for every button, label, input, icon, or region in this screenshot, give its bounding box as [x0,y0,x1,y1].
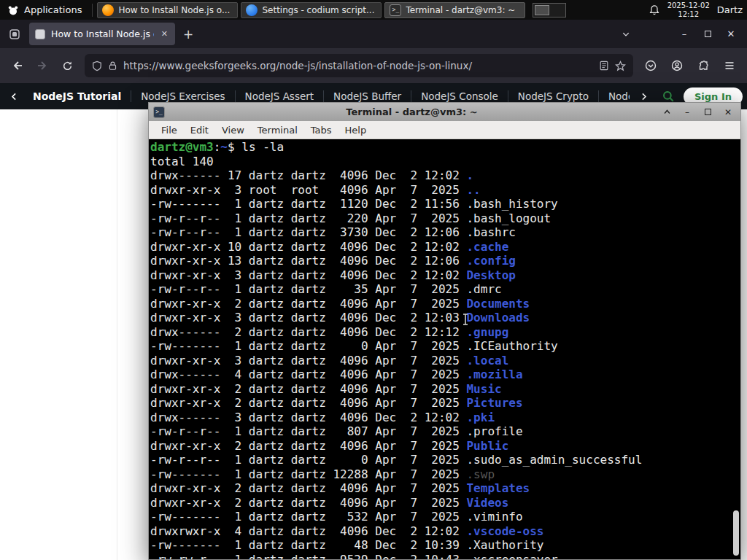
extensions-puzzle-icon[interactable] [692,54,715,77]
terminal-window: >_ Terminal - dartz@vm3: ~ – ✕ FileEditV… [148,102,741,560]
panel-status-area: 2025-12-02 12:12 Dartz [649,1,747,19]
tab-close-icon[interactable]: ✕ [160,29,169,39]
terminal-close-button[interactable]: ✕ [720,107,736,117]
taskbar-window-title: Terminal - dartz@vm3: ~ [406,5,515,15]
reader-mode-icon[interactable] [599,61,609,71]
menu-hamburger-icon[interactable] [718,54,741,77]
tracking-protection-shield-icon[interactable] [92,61,102,71]
taskbar-window-terminal[interactable]: >_ Terminal - dartz@vm3: ~ [384,2,525,18]
terminal-text: dartz@vm3:~$ ls -la total 140 drwx------… [149,139,740,559]
terminal-titlebar-icon: >_ [153,106,165,118]
new-tab-button[interactable]: + [178,24,198,44]
tab-title: How to Install Node.js on... [51,28,154,39]
tab-bar: How to Install Node.js on... ✕ + – ✕ [0,20,747,48]
terminal-menu-edit[interactable]: Edit [184,123,215,137]
terminal-scrollbar-thumb[interactable] [733,510,739,556]
terminal-icon: >_ [390,4,401,16]
browser-toolbar: https://www.geeksforgeeks.org/node-js/in… [0,48,747,83]
desktop-panel: Applications How to Install Node.js o...… [0,0,747,20]
site-nav-item[interactable]: NodeJS Buffer [324,90,411,102]
terminal-titlebar[interactable]: >_ Terminal - dartz@vm3: ~ – ✕ [149,103,740,121]
workspace-window-preview [535,5,549,15]
terminal-menu-help[interactable]: Help [338,123,374,137]
browser-maximize-button[interactable] [696,24,719,44]
terminal-scrollbar[interactable] [732,139,740,559]
terminal-menubar: FileEditViewTerminalTabsHelp [149,121,740,139]
site-nav-item[interactable]: NodeJS Exercises [131,90,235,102]
padlock-icon[interactable] [108,61,117,71]
address-bar[interactable]: https://www.geeksforgeeks.org/node-js/in… [85,54,633,77]
bookmark-star-icon[interactable] [615,61,626,71]
terminal-menu-tabs[interactable]: Tabs [304,123,338,137]
terminal-maximize-button[interactable] [700,109,716,115]
clock-date: 2025-12-02 [667,1,710,10]
terminal-menu-terminal[interactable]: Terminal [251,123,304,137]
firefox-view-icon[interactable] [4,24,25,44]
nav-scroll-left-chevron-icon[interactable] [4,92,23,101]
taskbar-window-firefox[interactable]: How to Install Node.js o... [97,2,238,18]
workspace-switcher[interactable] [533,3,566,18]
panel-clock[interactable]: 2025-12-02 12:12 [667,1,710,19]
taskbar-window-codium[interactable]: Settings - codium script... [241,2,382,18]
mouse-ibeam-cursor [462,313,469,329]
applications-label: Applications [24,4,82,15]
terminal-shade-button[interactable] [659,108,675,116]
reload-button[interactable] [55,54,79,77]
site-nav-item[interactable]: NodeJS Crypto [508,90,599,102]
user-label: Dartz [717,4,743,15]
maximize-icon [705,31,711,37]
site-nav-item[interactable]: NodeJS Assert [236,90,325,102]
toolbar-right-icons [639,54,741,77]
terminal-menu-view[interactable]: View [215,123,251,137]
forward-button[interactable] [31,54,54,77]
browser-tab[interactable]: How to Install Node.js on... ✕ [29,23,175,45]
clock-time: 12:12 [667,10,710,19]
terminal-minimize-button[interactable]: – [679,107,695,117]
url-text[interactable]: https://www.geeksforgeeks.org/node-js/in… [123,60,593,71]
panel-separator [92,4,93,17]
site-nav-item[interactable]: NodeJS DNS [599,90,630,102]
firefox-icon [102,4,114,16]
list-all-tabs-chevron-icon[interactable] [614,24,638,44]
account-icon[interactable] [665,54,689,77]
applications-menu-button[interactable]: Applications [0,0,89,20]
terminal-menu-file[interactable]: File [155,123,184,137]
maximize-icon [705,109,711,115]
terminal-body[interactable]: dartz@vm3:~$ ls -la total 140 drwx------… [149,139,740,559]
page-sidebar-divider [117,109,117,560]
taskbar-window-title: How to Install Node.js o... [118,5,230,15]
browser-minimize-button[interactable]: – [673,24,696,44]
site-nav-item[interactable]: NodeJS Console [411,90,508,102]
taskbar-window-title: Settings - codium script... [262,5,374,15]
site-nav-item[interactable]: NodeJS Tutorial [23,90,131,102]
back-button[interactable] [6,54,29,77]
nav-scroll-right-chevron-icon[interactable] [634,92,653,101]
site-search-icon[interactable] [662,90,675,103]
browser-close-button[interactable]: ✕ [719,24,743,44]
pocket-icon[interactable] [639,54,662,77]
terminal-window-title: Terminal - dartz@vm3: ~ [169,106,654,117]
notification-bell-icon[interactable] [649,4,660,16]
tab-favicon [35,29,45,39]
site-nav-items: NodeJS TutorialNodeJS ExercisesNodeJS As… [23,90,630,102]
codium-icon [246,4,258,16]
applications-icon [7,4,19,16]
